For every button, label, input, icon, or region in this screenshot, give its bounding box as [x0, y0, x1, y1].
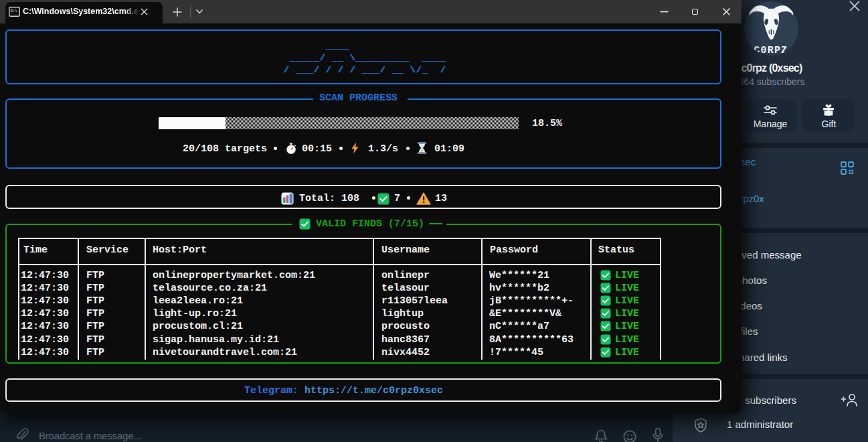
svg-text:C:\: C:\ — [11, 9, 17, 13]
